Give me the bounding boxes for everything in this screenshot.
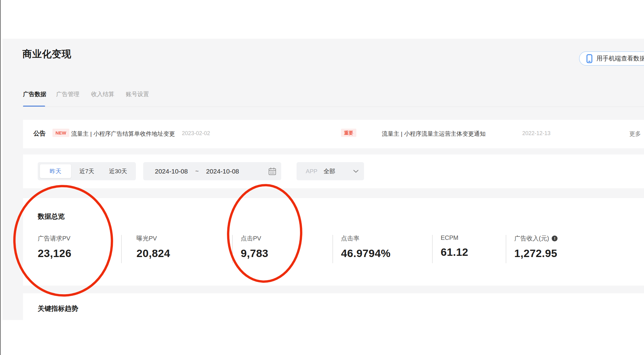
metric-divider: [332, 235, 333, 263]
page-title: 商业化变现: [22, 48, 71, 60]
metric-value: 61.12: [441, 246, 468, 258]
view-on-mobile-button[interactable]: 用手机端查看数据: [579, 51, 644, 66]
announcement-badge-new: NEW: [52, 129, 69, 137]
announcement-more-link[interactable]: 更多: [629, 130, 641, 138]
data-overview-heading: 数据总览: [38, 212, 65, 221]
announcement-link[interactable]: 流量主 | 小程序广告结算单收件地址变更: [71, 130, 175, 138]
announcement-date: 2022-12-13: [522, 130, 550, 137]
announcement-bar: 公告 NEW 流量主 | 小程序广告结算单收件地址变更 2023-02-02 重…: [23, 120, 644, 148]
quick-range-last-30-days[interactable]: 近30天: [102, 164, 134, 178]
metric-label: ECPM: [441, 234, 468, 241]
metric-ecpm: ECPM 61.12: [441, 234, 468, 258]
metric-click-pv: 点击PV 9,783: [241, 234, 268, 259]
announcement-badge-important: 重要: [341, 129, 356, 137]
chevron-down-icon: [353, 170, 358, 173]
tabs-separator: [23, 107, 644, 107]
announcement-link[interactable]: 流量主 | 小程序流量主运营主体变更通知: [382, 130, 486, 138]
metric-ad-request-pv: 广告请求PV 23,126: [38, 234, 71, 259]
filter-toolbar: 昨天 近7天 近30天 2024-10-08 ~ 2024-10-08 APP …: [23, 154, 644, 188]
view-on-mobile-label: 用手机端查看数据: [596, 54, 644, 63]
tab-income-settlement[interactable]: 收入结算: [91, 90, 114, 98]
metric-divider: [232, 235, 233, 263]
announcement-date: 2023-02-02: [182, 130, 210, 137]
date-range-picker[interactable]: 2024-10-08 ~ 2024-10-08: [143, 162, 281, 180]
metric-ad-revenue: 广告收入(元) ! 1,272.95: [514, 234, 558, 259]
quick-range-last-7-days[interactable]: 近7天: [71, 164, 102, 178]
metric-divider: [121, 235, 122, 263]
tab-ad-data[interactable]: 广告数据: [23, 90, 46, 98]
metric-label: 广告请求PV: [38, 234, 71, 243]
metric-label: 点击率: [341, 234, 391, 243]
metric-value: 1,272.95: [514, 247, 558, 259]
metric-click-rate: 点击率 46.9794%: [341, 234, 391, 259]
data-overview-card: 数据总览 广告请求PV 23,126 曝光PV 20,824 点击PV 9,78…: [23, 198, 644, 286]
app-filter-label: APP: [306, 168, 317, 175]
date-range-separator: ~: [195, 168, 199, 175]
window-left-edge: [0, 0, 1, 355]
quick-range-yesterday[interactable]: 昨天: [40, 164, 71, 178]
app-filter-value: 全部: [324, 167, 335, 175]
metric-label: 点击PV: [241, 234, 268, 243]
quick-date-range-segmented-control: 昨天 近7天 近30天: [38, 162, 136, 180]
metric-label: 广告收入(元): [514, 234, 549, 243]
info-icon[interactable]: !: [552, 236, 558, 241]
metric-value: 23,126: [38, 247, 71, 259]
key-metrics-trend-heading: 关键指标趋势: [38, 304, 78, 313]
phone-icon: [586, 54, 592, 63]
metric-value: 46.9794%: [341, 247, 391, 259]
key-metrics-trend-section: 关键指标趋势: [23, 293, 644, 355]
date-range-start[interactable]: 2024-10-08: [155, 168, 188, 175]
metric-divider: [432, 235, 433, 263]
metric-divider: [506, 235, 506, 263]
calendar-icon[interactable]: [268, 167, 276, 175]
metric-impression-pv: 曝光PV 20,824: [136, 234, 170, 259]
metric-value: 9,783: [241, 247, 268, 259]
announcement-section-label: 公告: [33, 129, 46, 138]
metric-label: 曝光PV: [136, 234, 170, 243]
metric-value: 20,824: [136, 247, 170, 259]
date-range-end[interactable]: 2024-10-08: [206, 168, 239, 175]
tab-account-settings[interactable]: 账号设置: [126, 90, 149, 98]
tab-ad-management[interactable]: 广告管理: [56, 90, 79, 98]
app-filter-select[interactable]: APP 全部: [297, 162, 364, 180]
